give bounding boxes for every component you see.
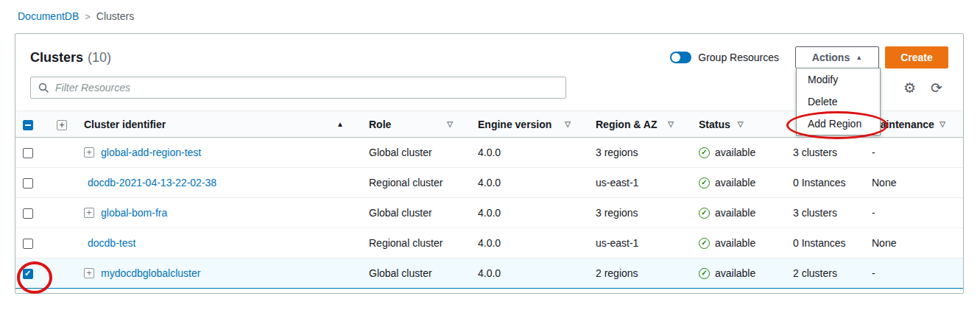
cell-size: 3 clusters bbox=[786, 138, 864, 168]
filter-resources-box[interactable] bbox=[30, 77, 566, 99]
column-header-cluster-identifier[interactable]: Cluster identifier bbox=[84, 119, 166, 130]
cell-size: 0 Instances bbox=[786, 168, 864, 198]
page-title: Clusters bbox=[30, 50, 83, 66]
expand-row-icon[interactable]: + bbox=[84, 147, 94, 158]
clusters-table: + Cluster identifier▲ Role▽ Engine versi… bbox=[15, 110, 963, 289]
actions-button[interactable]: Actions ▲ bbox=[795, 46, 879, 68]
settings-gear-icon[interactable]: ⚙ bbox=[903, 81, 916, 95]
row-checkbox[interactable] bbox=[23, 239, 33, 249]
column-header-region-az[interactable]: Region & AZ bbox=[596, 119, 657, 130]
status-badge: available bbox=[715, 147, 755, 158]
cluster-link[interactable]: docdb-2021-04-13-22-02-38 bbox=[88, 177, 216, 189]
table-row: +global-add-region-test Global cluster 4… bbox=[15, 138, 963, 168]
expand-row-icon[interactable]: + bbox=[84, 268, 94, 278]
breadcrumb: DocumentDB > Clusters bbox=[18, 10, 134, 22]
filter-dropdown-icon[interactable]: ▽ bbox=[565, 120, 571, 128]
cell-size: 0 Instances bbox=[786, 228, 864, 258]
cell-engine-version: 4.0.0 bbox=[470, 228, 588, 258]
breadcrumb-separator-icon: > bbox=[85, 11, 91, 22]
cluster-count: (10) bbox=[88, 50, 111, 66]
status-available-icon: ✓ bbox=[699, 238, 710, 249]
group-resources-toggle[interactable] bbox=[670, 52, 691, 63]
chevron-up-icon: ▲ bbox=[856, 54, 862, 61]
cell-region-az: 3 regions bbox=[588, 138, 691, 168]
breadcrumb-clusters: Clusters bbox=[96, 10, 134, 22]
group-resources-label: Group Resources bbox=[698, 52, 779, 63]
column-header-maintenance[interactable]: Maintenance bbox=[872, 119, 934, 130]
filter-resources-input[interactable] bbox=[55, 82, 558, 94]
cell-role: Regional cluster bbox=[362, 168, 470, 198]
refresh-icon[interactable]: ⟳ bbox=[931, 81, 942, 95]
cluster-link[interactable]: global-bom-fra bbox=[101, 207, 167, 219]
cell-role: Global cluster bbox=[362, 258, 470, 289]
panel-header: Clusters (10) Group Resources Actions ▲ … bbox=[15, 34, 963, 69]
search-icon bbox=[38, 82, 49, 94]
column-header-status[interactable]: Status bbox=[699, 119, 730, 130]
sort-ascending-icon[interactable]: ▲ bbox=[336, 120, 344, 128]
expand-row-icon[interactable]: + bbox=[84, 208, 94, 218]
cluster-link[interactable]: mydocdbglobalcluster bbox=[101, 267, 200, 279]
filter-dropdown-icon[interactable]: ▽ bbox=[738, 120, 744, 128]
actions-dropdown-menu: Modify Delete Add Region bbox=[796, 68, 881, 135]
table-tools: ⚙ ⟳ bbox=[903, 81, 948, 95]
row-checkbox-checked[interactable] bbox=[23, 269, 33, 279]
row-checkbox[interactable] bbox=[23, 208, 33, 219]
status-badge: available bbox=[715, 267, 755, 279]
cell-engine-version: 4.0.0 bbox=[470, 258, 588, 289]
menu-item-add-region[interactable]: Add Region bbox=[797, 113, 880, 135]
toggle-knob bbox=[671, 53, 680, 62]
cell-maintenance: None bbox=[864, 168, 963, 198]
cell-role: Regional cluster bbox=[362, 228, 470, 258]
status-badge: available bbox=[715, 207, 755, 219]
cell-region-az: 2 regions bbox=[588, 258, 691, 289]
documentdb-console-page: DocumentDB > Clusters Clusters (10) Grou… bbox=[0, 0, 980, 310]
cell-engine-version: 4.0.0 bbox=[470, 138, 588, 168]
select-all-checkbox[interactable] bbox=[23, 120, 33, 130]
cluster-link[interactable]: global-add-region-test bbox=[101, 147, 201, 158]
menu-item-delete[interactable]: Delete bbox=[797, 91, 880, 113]
filter-dropdown-icon[interactable]: ▽ bbox=[447, 120, 453, 128]
cell-region-az: 3 regions bbox=[588, 198, 691, 228]
row-checkbox[interactable] bbox=[23, 148, 33, 158]
cell-engine-version: 4.0.0 bbox=[470, 168, 588, 198]
menu-item-modify[interactable]: Modify bbox=[797, 68, 880, 91]
cluster-link[interactable]: docdb-test bbox=[88, 237, 135, 249]
table-row: docdb-2021-04-13-22-02-38 Regional clust… bbox=[15, 168, 963, 198]
cell-maintenance: - bbox=[864, 138, 963, 168]
filter-dropdown-icon[interactable]: ▽ bbox=[668, 120, 674, 128]
cell-region-az: us-east-1 bbox=[588, 168, 691, 198]
status-available-icon: ✓ bbox=[699, 268, 710, 279]
column-header-role[interactable]: Role bbox=[369, 119, 391, 130]
column-header-engine-version[interactable]: Engine version bbox=[478, 119, 551, 130]
cell-size: 2 clusters bbox=[786, 258, 864, 289]
cell-maintenance: None bbox=[864, 228, 963, 258]
status-available-icon: ✓ bbox=[699, 208, 710, 219]
actions-button-label: Actions bbox=[812, 52, 850, 63]
cell-maintenance: - bbox=[864, 258, 963, 289]
cell-maintenance: - bbox=[864, 198, 963, 228]
table-row: +global-bom-fra Global cluster 4.0.0 3 r… bbox=[15, 198, 963, 228]
status-available-icon: ✓ bbox=[699, 177, 710, 189]
cell-role: Global cluster bbox=[362, 198, 470, 228]
expand-all-icon[interactable]: + bbox=[57, 120, 67, 130]
status-available-icon: ✓ bbox=[699, 147, 710, 158]
filter-dropdown-icon[interactable]: ▽ bbox=[940, 120, 945, 128]
table-row-selected: +mydocdbglobalcluster Global cluster 4.0… bbox=[15, 258, 963, 289]
row-checkbox[interactable] bbox=[23, 178, 33, 189]
cell-engine-version: 4.0.0 bbox=[470, 198, 588, 228]
table-row: docdb-test Regional cluster 4.0.0 us-eas… bbox=[15, 228, 963, 258]
cell-role: Global cluster bbox=[362, 138, 470, 168]
status-badge: available bbox=[715, 237, 755, 249]
header-controls: Group Resources Actions ▲ Create bbox=[670, 46, 948, 68]
create-button[interactable]: Create bbox=[885, 46, 948, 68]
breadcrumb-documentdb-link[interactable]: DocumentDB bbox=[18, 10, 79, 22]
status-badge: available bbox=[715, 177, 755, 189]
cell-region-az: us-east-1 bbox=[588, 228, 691, 258]
cell-size: 3 clusters bbox=[786, 198, 864, 228]
